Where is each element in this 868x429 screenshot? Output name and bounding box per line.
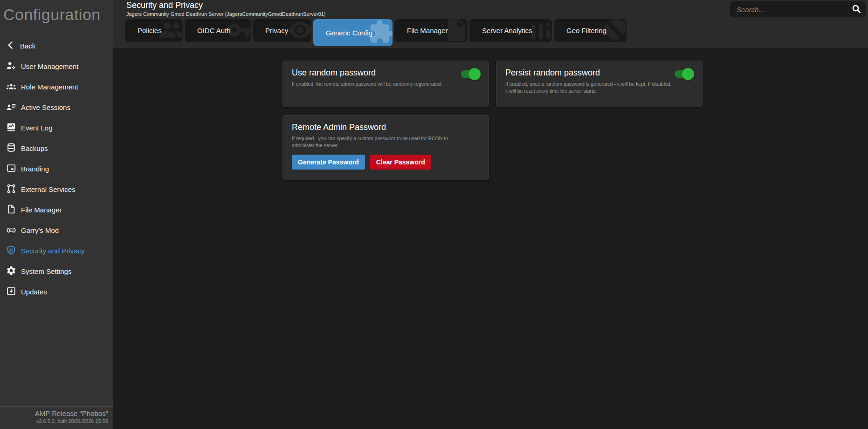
release-name: AMP Release "Phobos"	[0, 409, 108, 417]
sidebar-item-label: User Management	[21, 62, 78, 70]
page-title: Security and Privacy	[126, 0, 203, 10]
card-description: If required - you can specify a custom p…	[292, 135, 460, 149]
sidebar-item-event-log[interactable]: Event Log	[0, 117, 113, 138]
branding-frame-icon	[6, 163, 16, 175]
back-button[interactable]: Back	[0, 35, 113, 56]
card-description: If enabled, once a random password is ge…	[505, 81, 673, 95]
sidebar-item-label: Branding	[21, 165, 49, 173]
person-list-icon	[6, 102, 16, 113]
sidebar-item-label: Event Log	[21, 124, 53, 132]
tab-geo-filtering[interactable]: Geo Filtering	[554, 19, 627, 42]
card-remote-admin-password: Remote Admin Password If required - you …	[282, 115, 489, 180]
people-group-icon	[6, 81, 16, 93]
file-icon	[6, 204, 16, 216]
tab-privacy[interactable]: Privacy	[253, 19, 311, 42]
sidebar-item-label: System Settings	[21, 267, 71, 275]
sidebar-item-user-management[interactable]: User Management	[0, 56, 113, 76]
sidebar-item-updates[interactable]: Updates	[0, 281, 113, 302]
sidebar-item-label: Security and Privacy	[21, 247, 85, 255]
settings-content: Use random password If enabled, the remo…	[282, 61, 703, 180]
linked-nodes-icon	[6, 184, 16, 195]
sidebar-item-label: Garry's Mod	[21, 226, 59, 234]
card-description: If enabled, the remote admin password wi…	[292, 81, 460, 88]
sidebar-item-role-management[interactable]: Role Management	[0, 76, 113, 97]
sidebar-item-label: Role Management	[21, 83, 78, 91]
tab-oidc-auth[interactable]: OIDC Auth	[185, 19, 251, 42]
sidebar-item-label: Active Sessions	[21, 103, 70, 111]
sidebar-item-file-manager[interactable]: File Manager	[0, 199, 113, 220]
tab-policies[interactable]: Policies	[125, 19, 183, 42]
gamepad-icon	[6, 225, 16, 236]
sidebar-item-backups[interactable]: Backups	[0, 138, 113, 158]
sidebar-item-label: Backups	[21, 144, 48, 152]
gear-icon	[6, 266, 16, 277]
generate-password-button[interactable]: Generate Password	[292, 155, 365, 170]
user-gear-icon	[6, 61, 16, 72]
card-persist-random-password: Persist random password If enabled, once…	[496, 61, 703, 107]
svg-text:@: @	[9, 247, 14, 252]
sidebar-item-label: External Services	[21, 185, 76, 193]
top-bar: Security and Privacy Jagers Community Gm…	[113, 0, 868, 48]
sidebar-nav: Back User Management Role Management Act…	[0, 35, 113, 302]
tab-server-analytics[interactable]: Server Analytics	[469, 19, 552, 42]
search-button[interactable]	[847, 1, 866, 17]
sidebar-item-garrys-mod[interactable]: Garry's Mod	[0, 220, 113, 240]
shield-at-icon: @	[6, 245, 16, 257]
password-buttons: Generate Password Clear Password	[292, 155, 480, 170]
sidebar-item-label: File Manager	[21, 206, 62, 214]
card-title: Persist random password	[505, 68, 693, 78]
database-icon	[6, 143, 16, 154]
people-icon	[158, 19, 183, 42]
sidebar-item-system-settings[interactable]: System Settings	[0, 261, 113, 281]
release-version: v2.6.5.2, built 28/01/2026 15:59	[0, 418, 108, 424]
back-label: Back	[20, 42, 35, 50]
clear-password-button[interactable]: Clear Password	[370, 155, 431, 170]
card-title: Remote Admin Password	[292, 123, 480, 132]
toggle-knob	[468, 68, 481, 80]
download-update-icon	[6, 286, 16, 298]
toggle-knob	[682, 68, 694, 80]
tab-generic-config[interactable]: Generic Config	[313, 19, 393, 46]
persist-random-password-toggle[interactable]	[675, 68, 694, 80]
sidebar-item-external-services[interactable]: External Services	[0, 179, 113, 199]
chart-log-icon	[6, 122, 16, 134]
sidebar-item-branding[interactable]: Branding	[0, 158, 113, 179]
sidebar-footer: AMP Release "Phobos" v2.6.5.2, built 28/…	[0, 406, 113, 429]
tab-bar: Policies OIDC Auth Privacy Generic Confi…	[125, 19, 627, 46]
search-input[interactable]	[730, 1, 847, 17]
search-icon	[851, 3, 862, 16]
eye-icon	[287, 19, 311, 42]
sidebar-item-label: Updates	[21, 288, 47, 296]
sidebar-title: Configuration	[3, 6, 113, 24]
card-use-random-password: Use random password If enabled, the remo…	[282, 61, 489, 107]
search-box	[730, 1, 866, 17]
use-random-password-toggle[interactable]	[461, 68, 481, 80]
sidebar-item-security-and-privacy[interactable]: @ Security and Privacy	[0, 240, 113, 261]
configuration-sidebar: Configuration Back User Management Role …	[0, 0, 113, 429]
chevron-left-icon	[6, 41, 15, 51]
tab-file-manager[interactable]: File Manager	[394, 19, 468, 42]
sidebar-item-active-sessions[interactable]: Active Sessions	[0, 97, 113, 117]
card-title: Use random password	[292, 68, 480, 78]
page-subtitle: Jagers Community Gmod Deathrun Server (J…	[126, 11, 325, 17]
